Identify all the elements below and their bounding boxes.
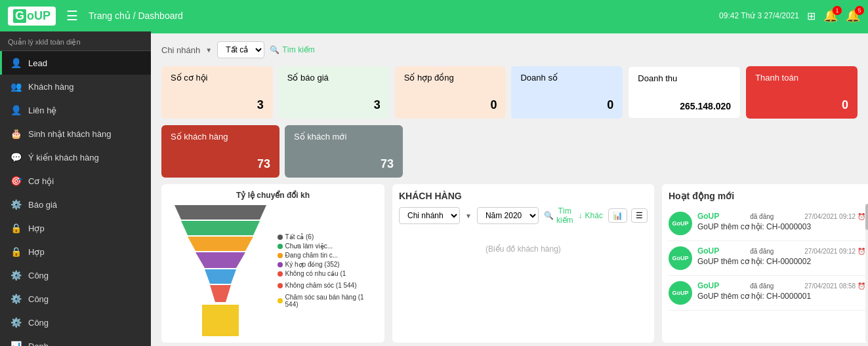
legend-dot-8 [278, 298, 283, 303]
sidebar: Quản lý xklđ toàn diện 👤 Lead 👥 Khách hà… [0, 31, 151, 346]
stat-value-skhachhang: 73 [171, 157, 270, 171]
sidebar-item-cong3[interactable]: ⚙️ Công [0, 311, 151, 334]
activity-avatar-1: GoUP [669, 246, 692, 270]
stat-value-skhachmoi: 73 [294, 157, 394, 171]
sidebar-item-baogiaside[interactable]: ⚙️ Báo giá [0, 193, 151, 216]
activity-avatar-text-2: GoUP [672, 290, 688, 296]
customer-empty: (Biểu đồ khách hàng) [399, 231, 648, 267]
notification-icon-2[interactable]: 🔔 5 [846, 9, 860, 23]
customer-search-button[interactable]: 🔍 Tìm kiếm [544, 206, 573, 225]
cong1-icon: ⚙️ [10, 270, 22, 280]
legend-label-8: Chăm sóc sau bán hàng (1 544) [285, 294, 378, 308]
sidebar-item-hop2[interactable]: 🔒 Hợp [0, 240, 151, 263]
birthday-icon: 🎂 [10, 128, 22, 139]
activity-header-0: GoUP đã đăng 27/04/2021 09:12 ⏰ [697, 212, 865, 221]
sidebar-item-label-baogiaside: Báo giá [28, 200, 57, 210]
customer-section: KHÁCH HÀNG Chi nhánh ▼ Năm 2020 🔍 [392, 184, 654, 343]
branch-select[interactable]: Tất cả [217, 41, 264, 58]
customer-icons: 📊 ☰ [608, 208, 648, 223]
activity-content-0: GoUP đã đăng 27/04/2021 09:12 ⏰ GoUP thê… [697, 212, 865, 235]
svg-marker-6 [202, 305, 239, 336]
sidebar-item-hop1[interactable]: 🔒 Hợp [0, 216, 151, 240]
lead-icon: 👤 [10, 58, 22, 68]
notification-icon-1[interactable]: 🔔 1 [823, 9, 838, 23]
sidebar-item-label-lead: Lead [28, 58, 47, 68]
activity-time-icon-1: ⏰ [858, 248, 865, 255]
stat-value-doanhtu: 265.148.020 [638, 101, 731, 111]
stat-card-doanhtu[interactable]: Doanh thu 265.148.020 [628, 66, 741, 119]
sidebar-item-cong1[interactable]: ⚙️ Công [0, 263, 151, 287]
sidebar-item-lienhe[interactable]: 👤 Liên hệ [0, 98, 151, 122]
filter-row: Chi nhánh ▼ Tất cả 🔍 Tìm kiếm [161, 41, 858, 58]
legend-label-4: Không có nhu cầu (1 [285, 270, 346, 277]
customer-other-label: Khác [585, 211, 603, 220]
legend-item-8: Chăm sóc sau bán hàng (1 544) [278, 294, 378, 308]
customer-branch-select[interactable]: Chi nhánh [399, 207, 460, 224]
stats-row-1: Số cơ hội 3 Số báo giá 3 Số hợp đồng 0 D… [161, 66, 858, 119]
legend-item-0: Tất cả (6) [278, 233, 378, 240]
sidebar-item-label-hop2: Hợp [28, 247, 45, 257]
sidebar-item-lead[interactable]: 👤 Lead [0, 51, 151, 75]
sidebar-item-label-cong2: Công [28, 294, 49, 304]
legend-dot-1 [278, 244, 283, 249]
customer-year-select[interactable]: Năm 2020 [477, 207, 539, 224]
notification-badge-2: 5 [855, 6, 864, 15]
khachhang-icon: 👥 [10, 81, 22, 92]
activity-action-2: đã đăng [750, 282, 774, 290]
activity-content-1: GoUP đã đăng 27/04/2021 09:12 ⏰ GoUP thê… [697, 246, 865, 270]
cohoi-icon: 🎯 [10, 176, 22, 186]
sidebar-title: Quản lý xklđ toàn diện [0, 31, 151, 51]
stat-title-baogiastat: Số báo giá [287, 73, 381, 83]
header: GoUP ☰ Trang chủ / Dashboard 09:42 Thứ 3… [0, 0, 868, 31]
stat-value-baogiastat: 3 [287, 98, 381, 112]
sidebar-item-cong2[interactable]: ⚙️ Công [0, 287, 151, 311]
activity-time-2: 27/04/2021 08:58 ⏰ [804, 282, 865, 290]
dashboard-area: Chi nhánh ▼ Tất cả 🔍 Tìm kiếm Số cơ hội … [151, 33, 868, 346]
sidebar-item-cohoi[interactable]: 🎯 Cơ hội [0, 169, 151, 193]
legend-label-2: Đang chăm tin c... [285, 252, 339, 259]
stat-card-hopdong[interactable]: Số hợp đồng 0 [395, 66, 506, 119]
funnel-section: Tỷ lệ chuyển đổi kh [161, 184, 384, 343]
sidebar-item-label-cong3: Công [28, 318, 49, 328]
stat-card-skhachhang[interactable]: Số khách hàng 73 [161, 125, 279, 178]
customer-other-icon: ↓ [579, 211, 583, 220]
sidebar-item-label-feedback: Ý kiến khách hàng [28, 153, 99, 163]
search-button[interactable]: 🔍 Tìm kiếm [270, 45, 315, 54]
customer-chart-button[interactable]: 📊 [608, 208, 627, 223]
sidebar-item-birthday[interactable]: 🎂 Sinh nhật khách hàng [0, 122, 151, 145]
customer-list-button[interactable]: ☰ [631, 208, 648, 223]
sidebar-item-khachhang[interactable]: 👥 Khách hàng [0, 75, 151, 98]
sidebar-item-feedback[interactable]: 💬 Ý kiến khách hàng [0, 145, 151, 169]
bottom-row: Tỷ lệ chuyển đổi kh [161, 184, 858, 343]
legend-dot-2 [278, 253, 283, 258]
customer-other-button[interactable]: ↓ Khác [579, 211, 603, 220]
grid-icon[interactable]: ⊞ [807, 10, 816, 22]
activity-avatar-text-0: GoUP [672, 220, 688, 227]
activity-item-0: GoUP GoUP đã đăng 27/04/2021 09:12 ⏰ [669, 206, 865, 241]
activity-action-1: đã đăng [750, 248, 774, 255]
logo: GoUP [8, 7, 56, 26]
legend-label-0: Tất cả (6) [285, 233, 314, 240]
header-right: 09:42 Thứ 3 27/4/2021 ⊞ 🔔 1 🔔 5 [719, 9, 860, 23]
stat-title-thanhtoan: Thanh toán [755, 73, 848, 83]
stat-card-skhachmoi[interactable]: Số khách mới 73 [285, 125, 403, 178]
stats-row-2: Số khách hàng 73 Số khách mới 73 [161, 125, 858, 178]
stat-card-baogiastat[interactable]: Số báo giá 3 [278, 66, 390, 119]
stat-card-doanhso[interactable]: Doanh số 0 [511, 66, 623, 119]
cong3-icon: ⚙️ [10, 317, 22, 328]
legend-item-1: Chưa làm việc... [278, 242, 378, 250]
sidebar-item-label-cong1: Công [28, 271, 49, 280]
activity-avatar-0: GoUP [669, 212, 692, 235]
stat-title-skhachmoi: Số khách mới [294, 132, 394, 142]
sidebar-item-danh[interactable]: 📊 Danh [0, 334, 151, 346]
stat-title-doanhso: Doanh số [520, 73, 613, 83]
hamburger-icon[interactable]: ☰ [66, 8, 78, 24]
scrollbar-track[interactable] [865, 204, 868, 343]
stat-value-cohoi: 3 [171, 98, 264, 112]
funnel-legend: Tất cả (6) Chưa làm việc... Đang chăm ti… [278, 233, 378, 308]
search-label: Tìm kiếm [282, 45, 315, 54]
logo-g: G [13, 9, 26, 23]
stat-card-thanhtoan[interactable]: Thanh toán 0 [746, 66, 858, 119]
danh-icon: 📊 [10, 341, 22, 346]
stat-card-cohoi[interactable]: Số cơ hội 3 [161, 66, 273, 119]
